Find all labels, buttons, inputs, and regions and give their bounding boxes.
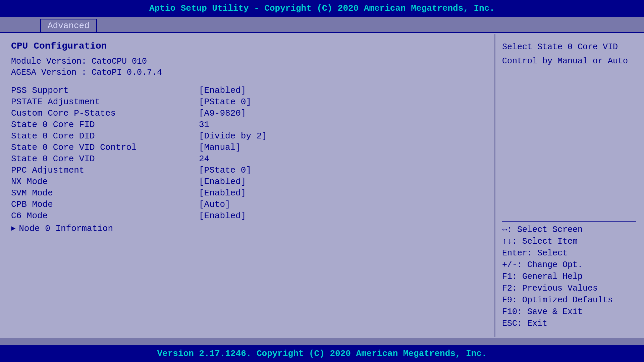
config-label: PPC Adjustment [11,165,199,175]
submenu-node0[interactable]: ► Node 0 Information [11,224,484,234]
config-value: [Manual] [199,142,241,153]
config-value: [Divide by 2] [199,131,267,141]
config-row[interactable]: CPB Mode[Auto] [11,199,484,209]
config-label: CPB Mode [11,199,199,209]
config-row[interactable]: NX Mode[Enabled] [11,177,484,187]
config-row[interactable]: PSTATE Adjustment[PState 0] [11,97,484,107]
config-label: State 0 Core VID Control [11,142,199,153]
right-divider [502,221,636,222]
main-content: CPU Configuration Module Version: CatoCP… [0,33,644,338]
title-bar: Aptio Setup Utility - Copyright (C) 2020… [0,0,644,17]
config-label: C6 Mode [11,211,199,221]
config-label: PSS Support [11,85,199,96]
config-row[interactable]: State 0 Core VID Control[Manual] [11,142,484,153]
config-value: [PState 0] [199,97,251,107]
config-row[interactable]: State 0 Core VID24 [11,154,484,164]
tab-advanced[interactable]: Advanced [40,19,97,32]
config-value: [Auto] [199,199,230,209]
config-value: [A9-9820] [199,108,246,118]
config-value: [Enabled] [199,211,246,221]
config-label: State 0 Core VID [11,154,199,164]
config-rows: PSS Support[Enabled]PSTATE Adjustment[PS… [11,85,484,221]
config-value: 31 [199,120,209,130]
key-binding-row: F1: General Help [502,272,636,282]
key-binding-row: F9: Optimized Defaults [502,295,636,305]
config-value: 24 [199,154,209,164]
config-label: State 0 Core DID [11,131,199,141]
agesa-version: AGESA Version : CatoPI 0.0.7.4 [11,68,484,77]
key-binding-row: F2: Previous Values [502,284,636,293]
config-label: SVM Mode [11,188,199,198]
config-row[interactable]: State 0 Core FID31 [11,120,484,130]
meta-block: Module Version: CatoCPU 010 AGESA Versio… [11,57,484,77]
config-label: PSTATE Adjustment [11,97,199,107]
footer-text: Version 2.17.1246. Copyright (C) 2020 Am… [157,349,487,359]
key-bindings: ↔: Select Screen↑↓: Select ItemEnter: Se… [502,225,636,330]
config-label: NX Mode [11,177,199,187]
config-label: State 0 Core FID [11,120,199,130]
key-binding-row: F10: Save & Exit [502,307,636,317]
submenu-label: Node 0 Information [19,224,113,234]
key-binding-row: Enter: Select [502,248,636,258]
key-binding-row: ↑↓: Select Item [502,237,636,246]
config-value: [Enabled] [199,177,246,187]
key-binding-row: ESC: Exit [502,319,636,328]
title-text: Aptio Setup Utility - Copyright (C) 2020… [149,3,495,13]
right-panel: Select State 0 Core VIDControl by Manual… [495,34,643,337]
key-binding-row: ↔: Select Screen [502,225,636,235]
help-line: Control by Manual or Auto [502,55,636,68]
config-row[interactable]: PPC Adjustment[PState 0] [11,165,484,175]
config-value: [PState 0] [199,165,251,175]
config-row[interactable]: PSS Support[Enabled] [11,85,484,96]
config-label: Custom Core P-States [11,108,199,118]
config-value: [Enabled] [199,85,246,96]
tab-bar: Advanced [0,17,644,33]
key-binding-row: +/-: Change Opt. [502,260,636,270]
config-row[interactable]: State 0 Core DID[Divide by 2] [11,131,484,141]
help-text: Select State 0 Core VIDControl by Manual… [502,41,636,218]
module-version: Module Version: CatoCPU 010 [11,57,484,66]
config-value: [Enabled] [199,188,246,198]
arrow-icon: ► [11,225,15,233]
config-row[interactable]: Custom Core P-States[A9-9820] [11,108,484,118]
footer-bar: Version 2.17.1246. Copyright (C) 2020 Am… [0,345,644,362]
config-row[interactable]: C6 Mode[Enabled] [11,211,484,221]
left-panel: CPU Configuration Module Version: CatoCP… [1,34,495,337]
help-line: Select State 0 Core VID [502,41,636,54]
section-title: CPU Configuration [11,41,484,51]
config-row[interactable]: SVM Mode[Enabled] [11,188,484,198]
